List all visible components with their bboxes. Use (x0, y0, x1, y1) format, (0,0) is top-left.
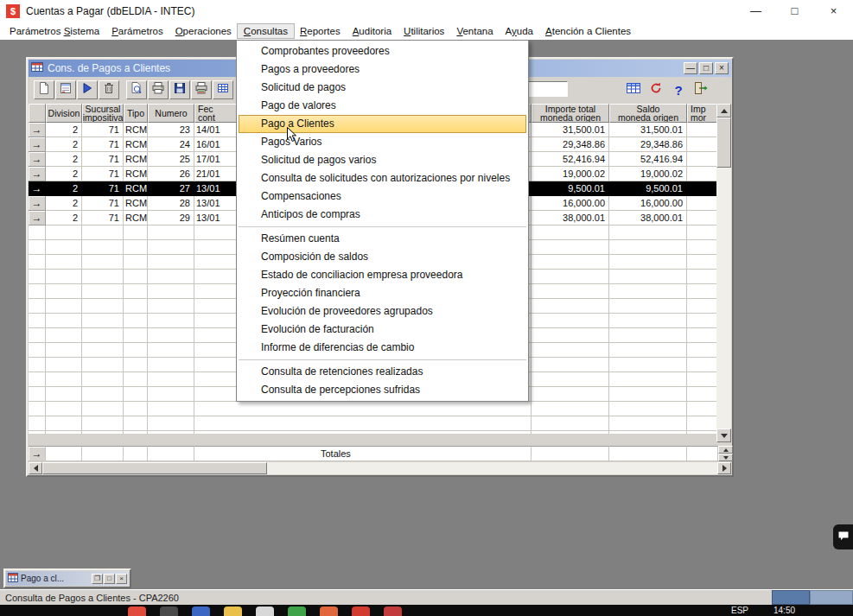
cell-division[interactable]: 2 (46, 123, 82, 137)
minimized-titlebar[interactable]: Pago a cl... ❐ □ × (6, 571, 129, 586)
menubar-item[interactable]: Ventana (450, 24, 499, 38)
menu-item[interactable]: Consulta de retenciones realizadas (237, 363, 528, 381)
cell-division[interactable]: 2 (46, 137, 82, 152)
minimized-close-button[interactable]: × (116, 574, 127, 584)
menubar-item[interactable]: Operaciones (169, 24, 238, 38)
cell-sucursal[interactable]: 71 (82, 196, 124, 211)
cell-importe[interactable]: 31,500.01 (532, 123, 609, 137)
grid-empty-row[interactable] (29, 416, 718, 431)
child-maximize-button[interactable]: □ (699, 62, 713, 74)
cell-importe[interactable]: 19,000.02 (532, 167, 609, 181)
cell-numero[interactable]: 27 (148, 181, 194, 196)
taskbar-app-icon[interactable] (192, 606, 210, 616)
cell-division[interactable]: 2 (46, 167, 82, 181)
cell-numero[interactable]: 28 (148, 196, 194, 211)
menu-item[interactable]: Anticipos de compras (237, 206, 528, 224)
table-view-button[interactable] (625, 80, 642, 99)
menubar-item[interactable]: Parámetros Sistema (3, 24, 105, 38)
cell-tipo[interactable]: RCM (124, 196, 148, 211)
menubar-item[interactable]: Auditoria (347, 24, 398, 38)
horizontal-scroll-trough[interactable] (267, 462, 717, 474)
cell-importe[interactable]: 38,000.01 (532, 211, 609, 225)
menu-item[interactable]: Composición de saldos (237, 248, 528, 266)
cell-saldo[interactable]: 9,500.01 (609, 181, 687, 196)
menubar-item[interactable]: Ayuda (500, 24, 539, 38)
cell-importe-moneda[interactable] (687, 167, 718, 181)
cell-sucursal[interactable]: 71 (82, 137, 124, 152)
grid-empty-row[interactable] (29, 431, 718, 434)
taskbar-app-icon[interactable] (352, 606, 370, 616)
cell-division[interactable]: 2 (46, 211, 82, 225)
cell-division[interactable]: 2 (46, 196, 82, 211)
vertical-scroll-thumb[interactable] (716, 117, 731, 168)
taskbar-clock[interactable]: 14:50 (773, 606, 795, 615)
cell-importe[interactable]: 9,500.01 (532, 181, 609, 196)
cell-importe-moneda[interactable] (687, 211, 718, 225)
header-division[interactable]: Division (46, 104, 82, 123)
cell-importe-moneda[interactable] (687, 152, 718, 167)
exit-button[interactable] (692, 80, 710, 99)
footer-spinner[interactable] (718, 446, 733, 461)
cell-importe-moneda[interactable] (687, 196, 718, 211)
cell-importe[interactable]: 16,000.00 (532, 196, 609, 211)
horizontal-scroll-thumb[interactable] (42, 462, 267, 474)
menubar-item[interactable]: Utilitarios (398, 24, 450, 38)
help-button[interactable]: ? (670, 80, 687, 99)
menu-item[interactable]: Evolución de proveedores agrupados (237, 302, 528, 321)
scroll-down-button[interactable] (716, 429, 731, 442)
taskbar-app-icon[interactable] (288, 606, 306, 616)
cell-sucursal[interactable]: 71 (82, 181, 124, 196)
child-minimize-button[interactable]: — (684, 62, 697, 74)
menu-item[interactable]: Compensaciones (237, 187, 528, 206)
menubar-item[interactable]: Reportes (294, 24, 347, 38)
cell-importe[interactable]: 52,416.94 (532, 152, 609, 167)
cell-numero[interactable]: 24 (148, 137, 194, 152)
cell-division[interactable]: 2 (46, 152, 82, 167)
menu-item[interactable]: Proyección financiera (237, 284, 528, 302)
cell-numero[interactable]: 29 (148, 211, 194, 225)
vertical-scrollbar[interactable] (716, 104, 731, 442)
header-tipo[interactable]: Tipo (124, 104, 148, 123)
minimized-window[interactable]: Pago a cl... ❐ □ × (3, 568, 131, 588)
cell-saldo[interactable]: 16,000.00 (609, 196, 687, 211)
cell-saldo[interactable]: 19,000.02 (609, 167, 687, 181)
taskbar-app-icon[interactable] (224, 606, 242, 616)
menu-item[interactable]: Pagos Varios (237, 133, 528, 151)
minimize-button[interactable]: — (736, 0, 775, 22)
cell-tipo[interactable]: RCM (124, 167, 148, 181)
run-button[interactable] (77, 80, 98, 99)
header-sucursal[interactable]: Sucursalimpositiva (82, 104, 124, 123)
taskbar-app-icon[interactable] (384, 606, 402, 616)
grid-empty-row[interactable] (29, 402, 718, 416)
cell-saldo[interactable]: 29,348.86 (609, 137, 687, 152)
cell-tipo[interactable]: RCM (124, 211, 148, 225)
vertical-scroll-trough[interactable] (716, 168, 731, 429)
header-importe-moneda[interactable]: Impmor (687, 104, 718, 123)
child-close-button[interactable]: × (715, 62, 729, 74)
horizontal-scrollbar[interactable] (29, 462, 731, 474)
cell-sucursal[interactable]: 71 (82, 167, 124, 181)
new-button[interactable] (34, 80, 54, 99)
header-importe[interactable]: Importe totalmoneda origen (532, 104, 609, 123)
cell-numero[interactable]: 25 (148, 152, 194, 167)
scroll-up-button[interactable] (716, 104, 731, 117)
cell-numero[interactable]: 26 (148, 167, 194, 181)
cell-tipo[interactable]: RCM (124, 152, 148, 167)
cell-sucursal[interactable]: 71 (82, 123, 124, 137)
taskbar-language[interactable]: ESP (731, 606, 748, 615)
refresh-button[interactable] (647, 80, 665, 99)
menu-item[interactable]: Resúmen cuenta (237, 230, 528, 248)
cell-sucursal[interactable]: 71 (82, 152, 124, 167)
menu-item[interactable]: Solicitud de pagos varios (237, 151, 528, 169)
delete-button[interactable] (99, 80, 119, 99)
header-numero[interactable]: Numero (148, 104, 194, 123)
taskbar-app-icon[interactable] (320, 606, 338, 616)
menu-item[interactable]: Solicitud de pagos (237, 79, 528, 97)
minimized-maximize-button[interactable]: □ (104, 574, 115, 584)
cell-tipo[interactable]: RCM (124, 123, 148, 137)
menu-item[interactable]: Evolución de facturación (237, 321, 528, 339)
edit-button[interactable] (55, 80, 76, 99)
cell-saldo[interactable]: 31,500.01 (609, 123, 687, 137)
cell-saldo[interactable]: 38,000.01 (609, 211, 687, 225)
taskbar-app-icon[interactable] (256, 606, 274, 616)
